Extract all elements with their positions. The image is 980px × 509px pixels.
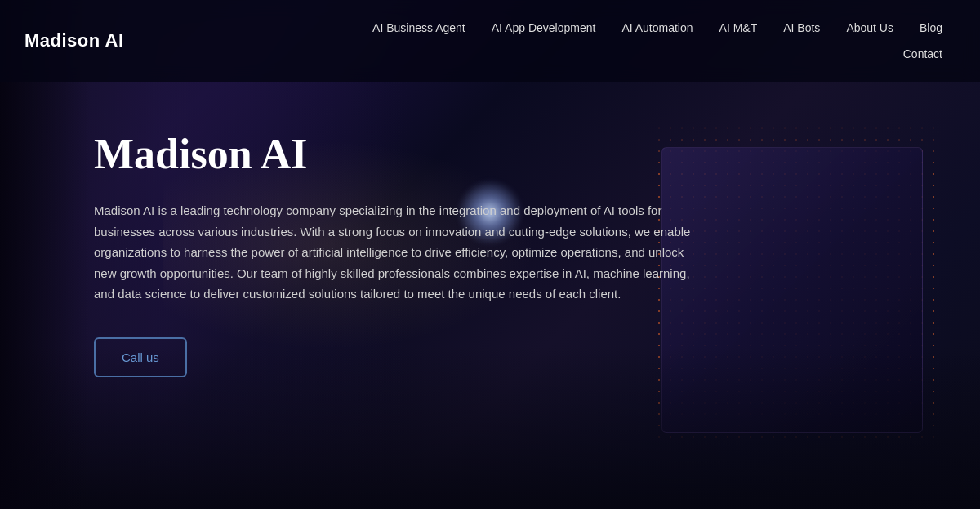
brand-logo[interactable]: Madison AI [24, 30, 124, 51]
nav-item-ai-mt[interactable]: AI M&T [706, 15, 771, 41]
hero-section: Madison AI Madison AI is a leading techn… [0, 82, 735, 410]
hero-title: Madison AI [94, 131, 702, 177]
nav-menu: AI Business Agent AI App Development AI … [302, 15, 956, 67]
nav-item-contact[interactable]: Contact [890, 41, 956, 67]
nav-item-ai-automation[interactable]: AI Automation [608, 15, 706, 41]
call-us-button[interactable]: Call us [94, 337, 187, 377]
nav-item-about-us[interactable]: About Us [833, 15, 906, 41]
nav-item-ai-business-agent[interactable]: AI Business Agent [359, 15, 479, 41]
hero-description: Madison AI is a leading technology compa… [94, 200, 702, 305]
navbar: Madison AI AI Business Agent AI App Deve… [0, 0, 980, 82]
nav-item-blog[interactable]: Blog [906, 15, 956, 41]
nav-item-ai-bots[interactable]: AI Bots [770, 15, 833, 41]
nav-item-ai-app-development[interactable]: AI App Development [479, 15, 609, 41]
